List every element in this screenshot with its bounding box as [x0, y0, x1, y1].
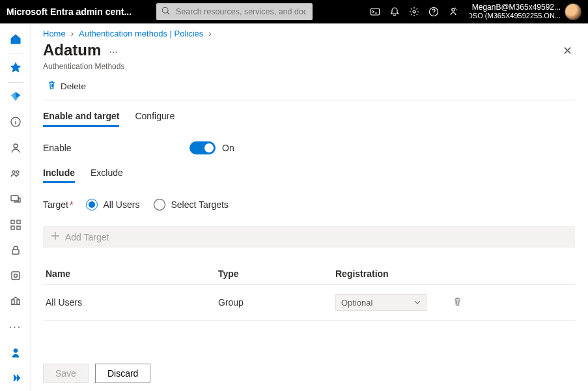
help-icon[interactable]: [424, 0, 443, 23]
feedback-icon[interactable]: [443, 0, 463, 23]
global-search[interactable]: [156, 3, 313, 20]
nav-user-icon[interactable]: [0, 135, 31, 160]
more-actions-icon[interactable]: ···: [109, 41, 117, 58]
registration-dropdown: Optional: [335, 294, 427, 311]
svg-rect-11: [11, 220, 14, 224]
tenant-name: CONTOSO (M365X49592255.ON...: [469, 12, 561, 20]
radio-select-targets[interactable]: Select Targets: [154, 199, 228, 210]
add-target-label: Add Target: [65, 232, 109, 242]
nav-devices-icon[interactable]: [0, 186, 31, 212]
svg-rect-16: [12, 272, 20, 280]
add-target-button: Add Target: [43, 226, 575, 248]
svg-point-3: [413, 10, 415, 13]
chevron-down-icon: [414, 298, 421, 308]
svg-rect-18: [12, 300, 14, 304]
nav-governance-icon[interactable]: [0, 289, 31, 314]
discard-button[interactable]: Discard: [95, 364, 150, 383]
enable-state: On: [222, 143, 234, 153]
tab-exclude[interactable]: Exclude: [91, 167, 123, 183]
svg-rect-10: [11, 195, 18, 201]
chevron-right-icon: ›: [71, 29, 74, 38]
chevron-right-icon: ›: [208, 29, 211, 38]
svg-point-7: [14, 144, 18, 148]
svg-rect-14: [17, 226, 20, 229]
left-nav-rail: ···: [0, 23, 31, 391]
page-subtitle: Authentication Methods: [43, 62, 575, 71]
nav-person-blue-icon[interactable]: [0, 340, 31, 365]
svg-point-20: [14, 349, 18, 353]
enable-toggle[interactable]: [189, 141, 216, 154]
account-menu[interactable]: MeganB@M365x49592... CONTOSO (M365X49592…: [463, 3, 581, 20]
col-name-header: Name: [46, 268, 218, 279]
col-type-header: Type: [218, 268, 335, 279]
registration-value: Optional: [341, 298, 372, 308]
svg-point-17: [14, 274, 17, 278]
radio-all-users[interactable]: All Users: [86, 199, 139, 210]
main-tabs: Enable and target Configure: [43, 111, 575, 127]
avatar: [565, 3, 581, 20]
svg-rect-12: [17, 220, 20, 224]
close-icon[interactable]: ✕: [560, 41, 575, 61]
include-exclude-tabs: Include Exclude: [43, 167, 575, 183]
cloud-shell-icon[interactable]: [365, 0, 385, 23]
nav-expand-icon[interactable]: [0, 366, 31, 391]
nav-lock-icon[interactable]: [0, 237, 31, 263]
nav-groups-icon[interactable]: [0, 160, 31, 186]
row-delete-icon[interactable]: [453, 297, 462, 308]
col-reg-header: Registration: [335, 268, 572, 279]
svg-point-5: [452, 8, 455, 11]
enable-label: Enable: [43, 143, 189, 153]
search-input[interactable]: [175, 7, 307, 17]
cell-name: All Users: [46, 297, 218, 308]
nav-protect-icon[interactable]: [0, 263, 31, 289]
settings-icon[interactable]: [404, 0, 424, 23]
nav-more-icon[interactable]: ···: [0, 314, 31, 340]
svg-rect-15: [12, 250, 19, 254]
user-name: MeganB@M365x49592...: [472, 3, 561, 12]
delete-label: Delete: [61, 81, 86, 91]
nav-favorites-icon[interactable]: [0, 55, 31, 80]
main-content: Home › Authentication methods | Policies…: [31, 23, 588, 391]
plus-icon: [51, 231, 60, 242]
svg-rect-2: [371, 8, 380, 15]
crumb-home[interactable]: Home: [43, 29, 66, 38]
svg-line-1: [167, 12, 169, 14]
svg-point-0: [162, 7, 168, 13]
notifications-icon[interactable]: [385, 0, 404, 23]
brand-label[interactable]: Microsoft Entra admin cent...: [7, 7, 156, 17]
tab-configure[interactable]: Configure: [135, 111, 175, 127]
search-icon: [161, 7, 175, 18]
svg-rect-19: [17, 300, 20, 304]
nav-info-icon[interactable]: [0, 109, 31, 135]
nav-entra-icon[interactable]: [0, 84, 31, 109]
svg-point-8: [12, 171, 15, 173]
tab-include[interactable]: Include: [43, 167, 75, 183]
tab-enable-target[interactable]: Enable and target: [43, 111, 119, 127]
radio-select-targets-label: Select Targets: [171, 199, 228, 210]
nav-apps-icon[interactable]: [0, 212, 31, 237]
radio-all-users-label: All Users: [103, 199, 139, 210]
cell-type: Group: [218, 297, 335, 308]
top-bar: Microsoft Entra admin cent... MeganB@M36…: [0, 0, 588, 23]
save-button: Save: [43, 364, 89, 383]
page-title: Adatum: [43, 41, 101, 59]
target-label: Target*: [43, 199, 73, 210]
delete-button[interactable]: Delete: [43, 78, 90, 94]
top-icon-group: MeganB@M365x49592... CONTOSO (M365X49592…: [365, 0, 581, 23]
targets-table: Name Type Registration All Users Group O…: [43, 263, 575, 321]
trash-icon: [47, 80, 57, 92]
svg-rect-13: [11, 226, 14, 229]
table-row: All Users Group Optional: [43, 285, 575, 321]
svg-point-9: [16, 171, 19, 173]
nav-home-icon[interactable]: [0, 26, 31, 51]
crumb-policies[interactable]: Authentication methods | Policies: [79, 29, 203, 38]
footer-actions: Save Discard: [43, 364, 150, 383]
breadcrumb: Home › Authentication methods | Policies…: [43, 29, 575, 38]
